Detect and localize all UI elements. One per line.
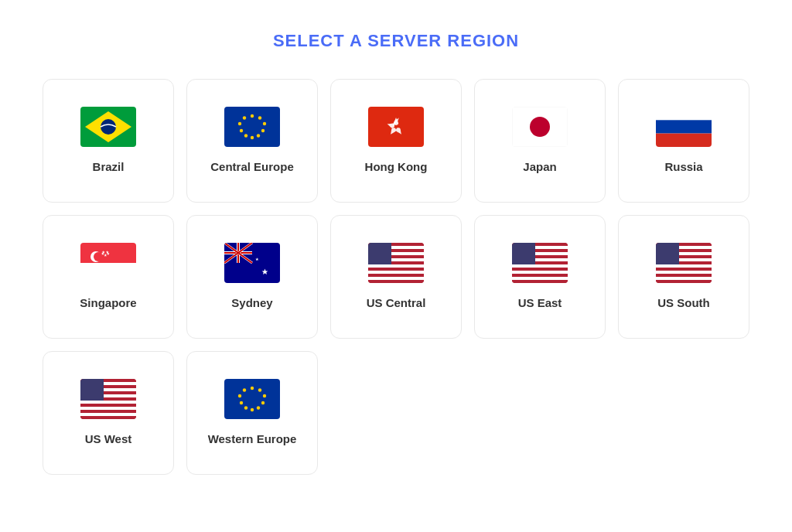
svg-rect-68	[512, 274, 568, 277]
svg-rect-54	[368, 277, 424, 280]
region-grid: Brazil Central Europe	[43, 79, 749, 475]
svg-rect-83	[656, 274, 712, 277]
flag-hong-kong	[368, 107, 424, 147]
region-card-us-east[interactable]: US East	[474, 215, 606, 339]
svg-point-8	[257, 135, 260, 138]
region-label-japan: Japan	[523, 159, 556, 175]
svg-rect-82	[656, 271, 712, 274]
svg-rect-96	[80, 404, 136, 407]
svg-rect-98	[80, 410, 136, 413]
svg-point-108	[251, 408, 254, 411]
region-card-hong-kong[interactable]: Hong Kong	[330, 79, 462, 203]
region-label-us-central: US Central	[367, 295, 426, 311]
svg-rect-67	[512, 271, 568, 274]
region-card-singapore[interactable]: Singapore	[43, 215, 174, 339]
svg-rect-66	[512, 268, 568, 271]
svg-point-5	[258, 117, 261, 120]
svg-point-104	[258, 389, 261, 392]
svg-rect-22	[80, 263, 136, 283]
svg-rect-81	[656, 268, 712, 271]
region-label-western-europe: Western Europe	[208, 431, 297, 447]
svg-rect-84	[656, 277, 712, 280]
region-label-us-east: US East	[518, 295, 562, 311]
region-card-western-europe[interactable]: Western Europe	[186, 351, 318, 475]
region-card-us-south[interactable]: US South	[618, 215, 749, 339]
region-label-russia: Russia	[664, 159, 702, 175]
flag-central-europe	[224, 107, 280, 147]
region-label-us-west: US West	[85, 431, 132, 447]
flag-western-europe	[224, 379, 280, 419]
svg-rect-53	[368, 274, 424, 277]
svg-point-109	[244, 407, 248, 410]
region-card-japan[interactable]: Japan	[474, 79, 606, 203]
svg-rect-80	[656, 264, 712, 268]
svg-rect-55	[368, 280, 424, 283]
svg-point-13	[243, 117, 246, 120]
svg-rect-20	[656, 134, 712, 147]
svg-rect-97	[80, 407, 136, 410]
region-label-us-south: US South	[657, 295, 710, 311]
svg-point-111	[238, 394, 241, 397]
svg-rect-85	[656, 280, 712, 283]
svg-rect-14	[368, 107, 424, 147]
svg-point-11	[240, 129, 243, 132]
svg-rect-95	[80, 401, 136, 404]
svg-point-12	[238, 122, 241, 125]
svg-point-10	[244, 135, 248, 138]
svg-point-6	[263, 122, 266, 125]
region-card-sydney[interactable]: Sydney	[186, 215, 318, 339]
flag-singapore	[80, 243, 136, 283]
region-card-brazil[interactable]: Brazil	[43, 79, 174, 203]
svg-rect-70	[512, 280, 568, 283]
svg-rect-71	[512, 243, 535, 264]
svg-point-103	[251, 387, 254, 390]
svg-rect-86	[656, 243, 679, 264]
svg-rect-56	[368, 243, 391, 264]
flag-us-east	[512, 243, 568, 283]
region-card-us-central[interactable]: US Central	[330, 215, 462, 339]
svg-point-112	[243, 389, 246, 392]
svg-rect-69	[512, 277, 568, 280]
svg-point-2	[101, 119, 116, 135]
svg-point-24	[94, 252, 103, 261]
flag-russia	[656, 107, 712, 147]
svg-point-4	[251, 114, 254, 118]
svg-point-16	[530, 117, 550, 137]
flag-brazil	[80, 107, 136, 147]
svg-rect-99	[80, 413, 136, 416]
region-card-russia[interactable]: Russia	[618, 79, 749, 203]
region-label-central-europe: Central Europe	[210, 159, 294, 175]
svg-rect-52	[368, 271, 424, 274]
region-card-us-west[interactable]: US West	[43, 351, 174, 475]
svg-point-107	[257, 407, 260, 410]
svg-point-110	[240, 401, 243, 404]
svg-rect-51	[368, 268, 424, 271]
svg-point-106	[261, 401, 265, 404]
flag-japan	[512, 107, 568, 147]
svg-rect-100	[80, 416, 136, 419]
svg-point-7	[261, 129, 265, 132]
svg-point-105	[263, 394, 266, 397]
flag-us-central	[368, 243, 424, 283]
svg-rect-102	[224, 379, 280, 419]
region-label-sydney: Sydney	[231, 295, 272, 311]
svg-point-9	[251, 136, 254, 139]
svg-rect-18	[656, 107, 712, 120]
flag-us-south	[656, 243, 712, 283]
region-card-central-europe[interactable]: Central Europe	[186, 79, 318, 203]
region-label-brazil: Brazil	[93, 159, 125, 175]
svg-rect-19	[656, 121, 712, 134]
svg-rect-50	[368, 264, 424, 268]
svg-rect-101	[80, 379, 104, 401]
flag-us-west	[80, 379, 136, 419]
flag-sydney	[224, 243, 280, 283]
page-title: SELECT A SERVER REGION	[273, 31, 519, 51]
region-label-singapore: Singapore	[80, 295, 136, 311]
svg-rect-3	[224, 107, 280, 147]
svg-rect-65	[512, 264, 568, 268]
region-label-hong-kong: Hong Kong	[365, 159, 428, 175]
